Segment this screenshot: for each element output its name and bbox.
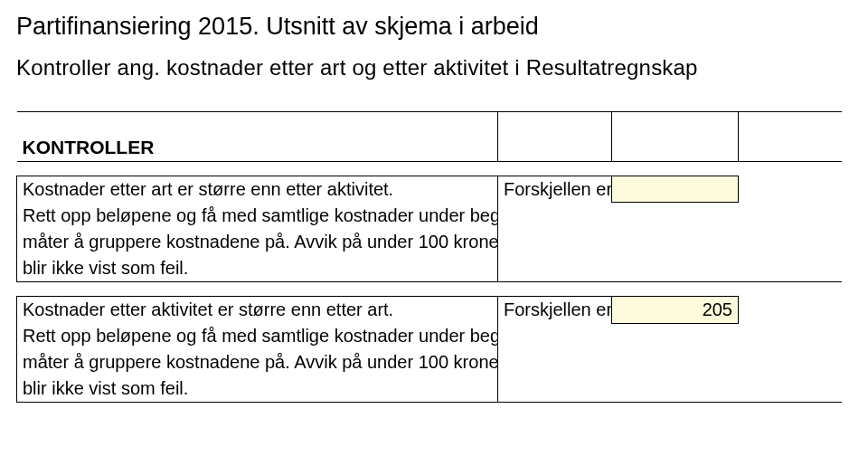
block2-diff-label: Forskjellen er (498, 296, 612, 323)
block2-line4: blir ikke vist som feil. (17, 375, 498, 403)
block2-line3: måter å gruppere kostnadene på. Avvik på… (17, 349, 498, 375)
page-title: Partifinansiering 2015. Utsnitt av skjem… (16, 13, 852, 41)
block2-line2: Rett opp beløpene og få med samtlige kos… (17, 323, 498, 349)
block1-line4: blir ikke vist som feil. (17, 255, 498, 282)
block1-line3: måter å gruppere kostnadene på. Avvik på… (17, 229, 498, 255)
page-subtitle: Kontroller ang. kostnader etter art og e… (16, 55, 852, 81)
section-heading: KONTROLLER (17, 134, 498, 162)
kontroller-table: KONTROLLER Kostnader etter art er større… (16, 111, 842, 403)
block2-line1: Kostnader etter aktivitet er større enn … (17, 296, 498, 323)
block1-line1: Kostnader etter art er større enn etter … (17, 176, 498, 203)
block1-diff-value (612, 176, 739, 203)
block1-diff-label: Forskjellen er (498, 176, 612, 203)
block1-line2: Rett opp beløpene og få med samtlige kos… (17, 203, 498, 229)
block2-diff-value: 205 (612, 296, 739, 323)
